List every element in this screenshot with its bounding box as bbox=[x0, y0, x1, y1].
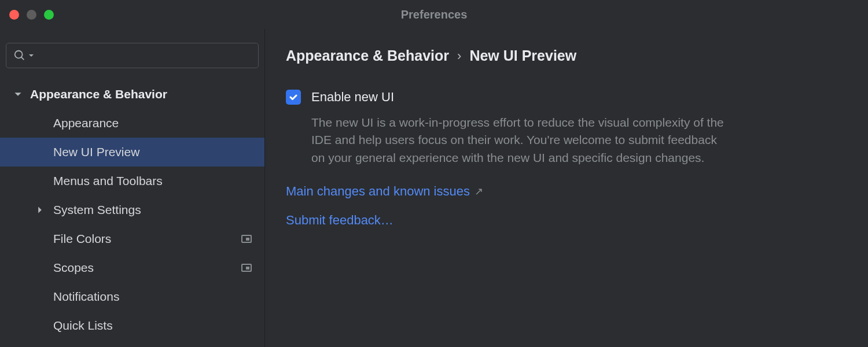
chevron-right-icon bbox=[36, 206, 44, 214]
main-panel: Appearance & Behavior › New UI Preview E… bbox=[265, 29, 868, 347]
chevron-right-icon: › bbox=[457, 49, 461, 64]
enable-new-ui-row: Enable new UI bbox=[286, 90, 847, 105]
tree-item-system-settings[interactable]: System Settings bbox=[0, 195, 264, 224]
tree-item-file-colors[interactable]: File Colors bbox=[0, 224, 264, 253]
link-text: Submit feedback… bbox=[286, 213, 393, 228]
maximize-window-button[interactable] bbox=[44, 10, 54, 20]
main-changes-link[interactable]: Main changes and known issues ↗ bbox=[286, 184, 847, 199]
tree-item-label: File Colors bbox=[53, 232, 111, 246]
search-input[interactable] bbox=[36, 50, 251, 62]
project-scope-icon bbox=[241, 235, 252, 243]
minimize-window-button[interactable] bbox=[27, 10, 36, 20]
search-icon bbox=[13, 49, 26, 62]
sidebar: Appearance & Behavior Appearance New UI … bbox=[0, 29, 265, 347]
new-ui-description: The new UI is a work-in-progress effort … bbox=[311, 114, 728, 167]
tree-item-label: Notifications bbox=[53, 290, 119, 304]
tree-item-appearance[interactable]: Appearance bbox=[0, 109, 264, 138]
chevron-down-icon bbox=[28, 53, 34, 58]
titlebar: Preferences bbox=[0, 0, 868, 29]
checkmark-icon bbox=[289, 93, 298, 102]
breadcrumb-parent: Appearance & Behavior bbox=[286, 47, 449, 64]
search-box[interactable] bbox=[6, 43, 259, 68]
project-scope-icon bbox=[241, 264, 252, 272]
link-text: Main changes and known issues bbox=[286, 184, 470, 199]
content-area: Appearance & Behavior Appearance New UI … bbox=[0, 29, 868, 347]
tree-item-menus-toolbars[interactable]: Menus and Toolbars bbox=[0, 167, 264, 195]
enable-new-ui-checkbox[interactable] bbox=[286, 90, 301, 105]
window-title: Preferences bbox=[401, 8, 468, 21]
tree-item-label: New UI Preview bbox=[53, 145, 139, 159]
tree-item-label: Quick Lists bbox=[53, 319, 113, 333]
tree-item-notifications[interactable]: Notifications bbox=[0, 282, 264, 311]
tree-item-label: Menus and Toolbars bbox=[53, 174, 163, 188]
tree-item-new-ui-preview[interactable]: New UI Preview bbox=[0, 138, 264, 167]
breadcrumb-current: New UI Preview bbox=[469, 47, 576, 64]
breadcrumb: Appearance & Behavior › New UI Preview bbox=[286, 47, 847, 64]
chevron-down-icon bbox=[14, 90, 22, 98]
tree-item-quick-lists[interactable]: Quick Lists bbox=[0, 311, 264, 340]
svg-point-0 bbox=[15, 51, 23, 58]
settings-tree: Appearance & Behavior Appearance New UI … bbox=[0, 80, 264, 347]
preferences-window: Preferences Appearance & Behavior bbox=[0, 0, 868, 347]
external-link-icon: ↗ bbox=[475, 185, 483, 198]
tree-item-label: System Settings bbox=[53, 203, 141, 217]
tree-item-scopes[interactable]: Scopes bbox=[0, 253, 264, 282]
submit-feedback-link[interactable]: Submit feedback… bbox=[286, 213, 847, 228]
traffic-lights bbox=[9, 10, 54, 20]
tree-category-label: Appearance & Behavior bbox=[30, 87, 167, 101]
close-window-button[interactable] bbox=[9, 10, 19, 20]
tree-item-label: Scopes bbox=[53, 261, 94, 275]
tree-category-appearance-behavior[interactable]: Appearance & Behavior bbox=[0, 80, 264, 109]
svg-line-1 bbox=[21, 57, 24, 60]
tree-item-label: Appearance bbox=[53, 116, 119, 130]
enable-new-ui-label: Enable new UI bbox=[311, 90, 394, 105]
